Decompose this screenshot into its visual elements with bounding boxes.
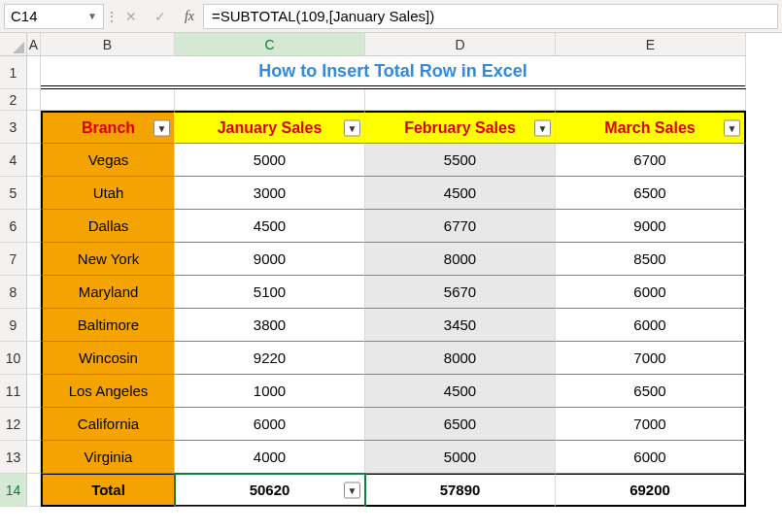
cell-mar[interactable]: 7000 — [556, 342, 746, 375]
col-header-B[interactable]: B — [41, 33, 175, 56]
cell-feb[interactable]: 6500 — [365, 408, 556, 441]
cell-branch[interactable]: California — [41, 408, 175, 441]
table-row: 8 Maryland 5100 5670 6000 — [0, 276, 782, 309]
cell-A7[interactable] — [27, 243, 41, 276]
cell-branch[interactable]: Vegas — [41, 144, 175, 177]
cell-mar[interactable]: 6000 — [556, 276, 746, 309]
row-header-10[interactable]: 10 — [0, 342, 27, 375]
row-header-9[interactable]: 9 — [0, 309, 27, 342]
table-header-jan[interactable]: January Sales ▼ — [175, 111, 365, 144]
cell-E2[interactable] — [556, 89, 746, 111]
cell-jan[interactable]: 4500 — [175, 210, 365, 243]
total-dropdown-jan[interactable]: ▼ — [344, 482, 360, 498]
chevron-down-icon[interactable]: ▼ — [87, 11, 97, 21]
cell-A4[interactable] — [27, 144, 41, 177]
cell-feb[interactable]: 4500 — [365, 177, 556, 210]
cell-feb[interactable]: 5670 — [365, 276, 556, 309]
table-header-mar[interactable]: March Sales ▼ — [556, 111, 746, 144]
cell-mar[interactable]: 6000 — [556, 441, 746, 474]
enter-icon[interactable]: ✓ — [147, 4, 174, 29]
row-header-2[interactable]: 2 — [0, 89, 27, 111]
cell-jan[interactable]: 4000 — [175, 441, 365, 474]
col-header-D[interactable]: D — [365, 33, 556, 56]
cell-A8[interactable] — [27, 276, 41, 309]
cell-A3[interactable] — [27, 111, 41, 144]
cell-A14[interactable] — [27, 474, 41, 507]
cell-branch[interactable]: Utah — [41, 177, 175, 210]
cell-D2[interactable] — [365, 89, 556, 111]
row-header-6[interactable]: 6 — [0, 210, 27, 243]
cell-mar[interactable]: 8500 — [556, 243, 746, 276]
cell-feb[interactable]: 4500 — [365, 375, 556, 408]
col-header-C[interactable]: C — [175, 33, 365, 56]
cell-jan[interactable]: 9000 — [175, 243, 365, 276]
cell-A12[interactable] — [27, 408, 41, 441]
cell-feb[interactable]: 5500 — [365, 144, 556, 177]
cell-mar[interactable]: 6000 — [556, 309, 746, 342]
col-header-E[interactable]: E — [556, 33, 746, 56]
title-cell[interactable]: How to Insert Total Row in Excel — [41, 56, 746, 89]
table-header-branch[interactable]: Branch ▼ — [41, 111, 175, 144]
total-feb-cell[interactable]: 57890 — [365, 474, 556, 507]
cell-jan[interactable]: 3000 — [175, 177, 365, 210]
filter-button-feb[interactable]: ▼ — [534, 119, 551, 136]
cell-mar[interactable]: 7000 — [556, 408, 746, 441]
cell-jan[interactable]: 5000 — [175, 144, 365, 177]
cell-C2[interactable] — [175, 89, 365, 111]
filter-button-branch[interactable]: ▼ — [153, 119, 170, 136]
cell-B2[interactable] — [41, 89, 175, 111]
filter-button-mar[interactable]: ▼ — [724, 119, 740, 136]
cell-jan[interactable]: 5100 — [175, 276, 365, 309]
cell-branch[interactable]: New York — [41, 243, 175, 276]
cell-A13[interactable] — [27, 441, 41, 474]
row-header-8[interactable]: 8 — [0, 276, 27, 309]
cell-A11[interactable] — [27, 375, 41, 408]
row-header-13[interactable]: 13 — [0, 441, 27, 474]
total-jan-cell[interactable]: 50620▼ — [175, 474, 365, 507]
cell-branch[interactable]: Los Angeles — [41, 375, 175, 408]
cell-A10[interactable] — [27, 342, 41, 375]
cell-feb[interactable]: 8000 — [365, 243, 556, 276]
cell-feb[interactable]: 3450 — [365, 309, 556, 342]
total-mar-cell[interactable]: 69200 — [556, 474, 746, 507]
cell-jan[interactable]: 3800 — [175, 309, 365, 342]
row-3: 3 Branch ▼ January Sales ▼ February Sale… — [0, 111, 782, 144]
cell-A5[interactable] — [27, 177, 41, 210]
cell-branch[interactable]: Wincosin — [41, 342, 175, 375]
row-header-7[interactable]: 7 — [0, 243, 27, 276]
formula-input[interactable]: =SUBTOTAL(109,[January Sales]) — [203, 4, 778, 29]
cell-A1[interactable] — [27, 56, 41, 89]
cell-feb[interactable]: 5000 — [365, 441, 556, 474]
row-header-11[interactable]: 11 — [0, 375, 27, 408]
cell-branch[interactable]: Virginia — [41, 441, 175, 474]
cancel-icon[interactable]: ✕ — [118, 4, 145, 29]
cell-mar[interactable]: 6700 — [556, 144, 746, 177]
table-header-feb[interactable]: February Sales ▼ — [365, 111, 556, 144]
row-header-4[interactable]: 4 — [0, 144, 27, 177]
cell-A9[interactable] — [27, 309, 41, 342]
cell-mar[interactable]: 9000 — [556, 210, 746, 243]
cell-jan[interactable]: 6000 — [175, 408, 365, 441]
cell-A6[interactable] — [27, 210, 41, 243]
cell-branch[interactable]: Maryland — [41, 276, 175, 309]
row-header-3[interactable]: 3 — [0, 111, 27, 144]
row-header-14[interactable]: 14 — [0, 474, 27, 507]
fx-icon[interactable]: fx — [176, 4, 203, 29]
cell-feb[interactable]: 8000 — [365, 342, 556, 375]
cell-branch[interactable]: Baltimore — [41, 309, 175, 342]
cell-A2[interactable] — [27, 89, 41, 111]
name-box[interactable]: C14 ▼ — [4, 4, 104, 29]
cell-mar[interactable]: 6500 — [556, 177, 746, 210]
cell-jan[interactable]: 1000 — [175, 375, 365, 408]
row-header-12[interactable]: 12 — [0, 408, 27, 441]
col-header-A[interactable]: A — [27, 33, 41, 56]
filter-button-jan[interactable]: ▼ — [344, 119, 360, 136]
cell-feb[interactable]: 6770 — [365, 210, 556, 243]
cell-jan[interactable]: 9220 — [175, 342, 365, 375]
cell-mar[interactable]: 6500 — [556, 375, 746, 408]
total-label-cell[interactable]: Total — [41, 474, 175, 507]
row-header-1[interactable]: 1 — [0, 56, 27, 89]
cell-branch[interactable]: Dallas — [41, 210, 175, 243]
select-all-corner[interactable] — [0, 33, 27, 56]
row-header-5[interactable]: 5 — [0, 177, 27, 210]
